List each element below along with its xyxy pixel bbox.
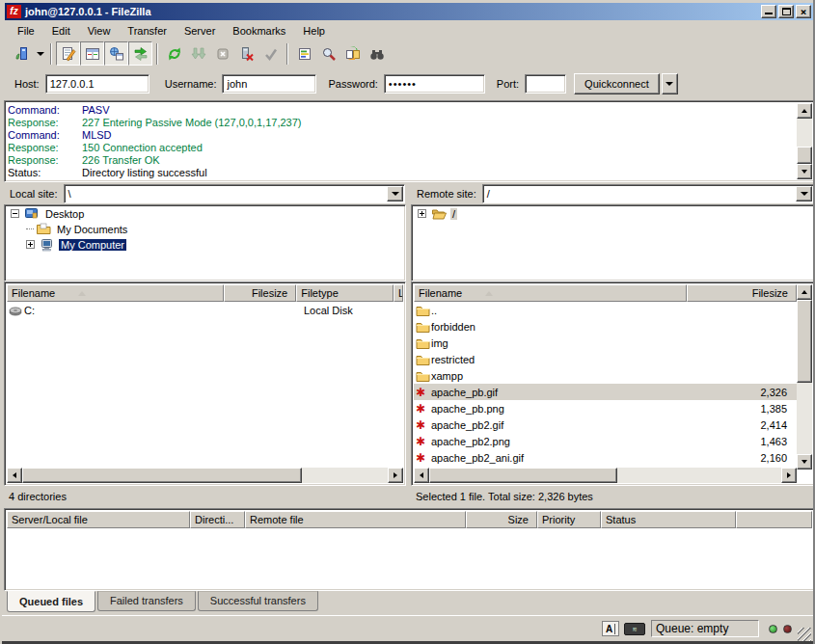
- toggle-remote-tree-button[interactable]: [104, 41, 128, 66]
- file-row[interactable]: ✱ apache_pb2.png 1,463: [414, 433, 797, 449]
- column-header-filesize[interactable]: Filesize: [224, 284, 296, 302]
- file-name: forbidden: [431, 321, 687, 333]
- scrollbar-thumb[interactable]: [429, 468, 617, 483]
- refresh-button[interactable]: [162, 41, 186, 66]
- column-header-direction[interactable]: Directi...: [190, 511, 245, 528]
- scrollbar-track[interactable]: [797, 383, 812, 454]
- scrollbar-thumb[interactable]: [797, 300, 812, 383]
- folder-row[interactable]: ..: [414, 302, 797, 318]
- file-name: apache_pb.png: [431, 403, 687, 415]
- column-header-filename[interactable]: Filename: [414, 284, 687, 302]
- tree-item-my-computer[interactable]: My Computer: [5, 236, 405, 252]
- folder-row[interactable]: restricted: [414, 351, 797, 367]
- site-manager-dropdown[interactable]: [34, 41, 46, 66]
- folder-row[interactable]: img: [414, 335, 797, 351]
- toggle-message-log-button[interactable]: [56, 41, 80, 66]
- toggle-local-tree-button[interactable]: [80, 41, 104, 66]
- column-header-priority[interactable]: Priority: [537, 511, 601, 528]
- tree-item-desktop[interactable]: Desktop: [5, 205, 405, 221]
- file-row-selected[interactable]: ✱ apache_pb.gif 2,326: [414, 384, 797, 400]
- queue-body: [7, 528, 812, 588]
- filezilla-app-icon[interactable]: fz: [7, 5, 21, 18]
- port-input[interactable]: [525, 74, 566, 94]
- remote-site-combo[interactable]: /: [482, 184, 814, 203]
- column-header-filetype[interactable]: Filetype: [296, 284, 394, 302]
- toggle-transfer-queue-button[interactable]: [128, 41, 152, 66]
- column-header-filesize[interactable]: Filesize: [687, 284, 797, 302]
- menu-transfer[interactable]: Transfer: [119, 23, 176, 39]
- local-site-combo[interactable]: \: [64, 184, 405, 203]
- menu-view[interactable]: View: [79, 23, 120, 39]
- scroll-right-button[interactable]: [388, 468, 403, 483]
- column-header-remote-file[interactable]: Remote file: [245, 511, 466, 528]
- column-header-size[interactable]: Size: [466, 511, 537, 528]
- expand-icon[interactable]: [418, 209, 426, 218]
- host-input[interactable]: [45, 74, 149, 94]
- minimize-icon: [765, 13, 773, 14]
- scroll-left-button[interactable]: [414, 468, 429, 483]
- remote-site-dropdown[interactable]: [796, 186, 812, 201]
- scroll-left-button[interactable]: [7, 468, 22, 483]
- column-header-filename[interactable]: Filename: [7, 284, 224, 302]
- username-input[interactable]: [222, 74, 316, 94]
- menu-help[interactable]: Help: [294, 23, 334, 39]
- file-row[interactable]: ✱ apache_pb.png 1,385: [414, 400, 797, 416]
- scroll-down-button[interactable]: [797, 164, 812, 179]
- folder-row[interactable]: xampp: [414, 367, 797, 384]
- file-row[interactable]: ✱ apache_pb2.gif 2,414: [414, 416, 797, 433]
- resize-grip[interactable]: [798, 628, 811, 641]
- maximize-button[interactable]: [778, 5, 794, 18]
- menu-server[interactable]: Server: [176, 23, 224, 39]
- cancel-button[interactable]: [210, 41, 234, 66]
- file-name: restricted: [431, 354, 687, 365]
- menu-edit[interactable]: Edit: [43, 23, 79, 39]
- compare-directories-button[interactable]: [340, 41, 365, 66]
- log-label: Response:: [8, 117, 82, 129]
- remote-vertical-scrollbar: [797, 284, 812, 468]
- scrollbar-thumb[interactable]: [797, 147, 812, 164]
- scroll-down-button[interactable]: [797, 454, 812, 470]
- tree-item-root[interactable]: /: [412, 205, 814, 221]
- synchronized-browsing-button[interactable]: [365, 41, 389, 66]
- local-site-dropdown[interactable]: [387, 186, 403, 201]
- expand-icon[interactable]: [26, 240, 35, 249]
- scroll-up-button[interactable]: [797, 284, 812, 300]
- tab-successful-transfers[interactable]: Successful transfers: [198, 591, 318, 611]
- tab-failed-transfers[interactable]: Failed transfers: [97, 591, 196, 611]
- scrollbar-thumb[interactable]: [22, 468, 302, 483]
- collapse-icon[interactable]: [11, 209, 19, 218]
- tab-queued-files[interactable]: Queued files: [7, 591, 95, 612]
- menu-file[interactable]: File: [9, 23, 43, 39]
- abort-transfer-button[interactable]: [258, 41, 283, 66]
- log-text: PASV: [82, 104, 110, 116]
- filter-button[interactable]: [292, 41, 316, 66]
- menu-bookmarks[interactable]: Bookmarks: [224, 23, 294, 39]
- my-documents-icon: [36, 223, 51, 236]
- binoculars-icon: [369, 46, 385, 62]
- toolbar-separator: [50, 43, 52, 65]
- file-row-c-drive[interactable]: C: Local Disk: [7, 302, 403, 318]
- site-manager-button[interactable]: [10, 41, 34, 66]
- column-label: Filetype: [301, 287, 339, 299]
- arrow-right-icon: [787, 472, 791, 478]
- scroll-up-button[interactable]: [797, 103, 812, 119]
- column-header-lastmodified[interactable]: L: [394, 284, 403, 302]
- title-bar[interactable]: fz john@127.0.0.1 - FileZilla ×: [5, 3, 813, 20]
- speed-limits-icon[interactable]: ≋: [624, 623, 645, 635]
- folder-icon: [416, 305, 430, 316]
- disconnect-button[interactable]: [234, 41, 258, 66]
- column-header-status[interactable]: Status: [601, 511, 736, 528]
- scroll-right-button[interactable]: [781, 468, 797, 483]
- tree-item-my-documents[interactable]: My Documents: [5, 221, 405, 236]
- quickconnect-button[interactable]: Quickconnect: [574, 73, 660, 94]
- password-input[interactable]: [384, 74, 485, 94]
- process-queue-button[interactable]: [186, 41, 210, 66]
- abort-icon: [263, 46, 279, 62]
- file-row[interactable]: ✱ apache_pb2_ani.gif 2,160: [414, 449, 797, 466]
- quickconnect-dropdown[interactable]: [662, 73, 678, 94]
- column-header-server-local-file[interactable]: Server/Local file: [7, 511, 190, 528]
- close-button[interactable]: ×: [796, 5, 811, 18]
- folder-row[interactable]: forbidden: [414, 318, 797, 335]
- file-search-button[interactable]: [316, 41, 340, 66]
- minimize-button[interactable]: [761, 5, 776, 18]
